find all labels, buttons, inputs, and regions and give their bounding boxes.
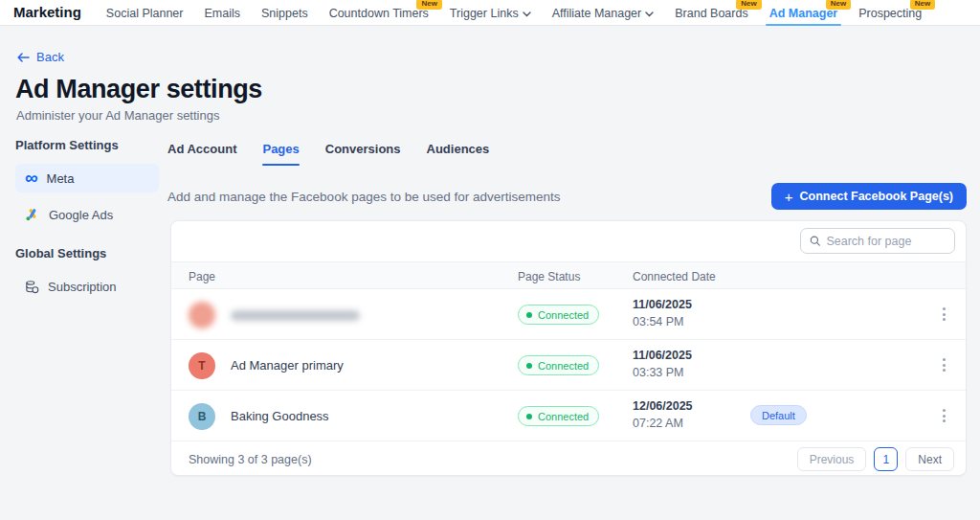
tab-audiences[interactable]: Audiences: [427, 142, 490, 166]
sidebar-item-subscription[interactable]: Subscription: [15, 272, 159, 301]
settings-tabs: Ad Account Pages Conversions Audiences: [167, 142, 967, 166]
back-button[interactable]: Back: [17, 50, 64, 64]
active-tab-underline: [262, 164, 299, 166]
column-header-page: Page: [189, 270, 215, 283]
search-icon: [810, 235, 820, 247]
chevron-down-icon: [645, 11, 654, 17]
sidebar-heading-platform-settings: Platform Settings: [15, 138, 159, 152]
status-badge: Connected: [518, 355, 599, 375]
main-content: Ad Account Pages Conversions Audiences A…: [167, 142, 967, 210]
nav-item-ad-manager[interactable]: Ad Manager New: [769, 0, 838, 25]
settings-sidebar: Platform Settings ∞ Meta Google Ads Glob…: [15, 138, 159, 301]
table-row: Connected 11/06/2025 03:54 PM: [171, 289, 966, 340]
nav-item-prospecting[interactable]: Prospecting New: [858, 0, 922, 25]
search-input[interactable]: [826, 235, 946, 248]
tab-conversions[interactable]: Conversions: [325, 142, 401, 166]
google-ads-logo-icon: [25, 207, 40, 222]
page-title: Ad Manager settings: [15, 75, 262, 104]
status-dot-icon: [526, 363, 532, 369]
table-row: B Baking Goodness Connected 12/06/2025 0…: [171, 391, 966, 441]
nav-item-trigger-links[interactable]: Trigger Links: [450, 0, 531, 25]
table-header: Page Page Status Connected Date: [171, 261, 966, 289]
pages-description: Add and manage the Facebook pages to be …: [167, 190, 561, 204]
avatar: T: [189, 352, 215, 379]
new-badge: New: [826, 0, 851, 10]
next-page-button[interactable]: Next: [905, 447, 954, 471]
top-navigation: Marketing Social Planner Emails Snippets…: [0, 0, 980, 26]
page-search[interactable]: [800, 228, 955, 254]
row-actions-menu-icon[interactable]: [935, 303, 952, 326]
new-badge: New: [910, 0, 935, 10]
arrow-left-icon: [17, 53, 30, 62]
table-row: T Ad Manager primary Connected 11/06/202…: [171, 340, 966, 391]
nav-item-brand-boards[interactable]: Brand Boards New: [675, 0, 747, 25]
connected-date: 11/06/2025: [633, 349, 692, 362]
status-dot-icon: [526, 414, 532, 419]
active-nav-underline: [766, 24, 842, 26]
avatar: [189, 302, 215, 328]
pagination: Previous 1 Next: [797, 447, 954, 471]
sidebar-item-google-ads[interactable]: Google Ads: [15, 200, 159, 229]
avatar: B: [189, 403, 215, 430]
new-badge: New: [416, 0, 441, 10]
sidebar-heading-global-settings: Global Settings: [15, 246, 159, 260]
nav-item-countdown-timers[interactable]: Countdown Timers New: [329, 0, 429, 25]
connected-time: 03:54 PM: [633, 315, 684, 328]
status-badge: Connected: [518, 406, 599, 426]
marketing-menu-title[interactable]: Marketing: [13, 0, 81, 25]
nav-item-emails[interactable]: Emails: [204, 0, 240, 25]
page-subtitle: Administer your Ad Manager settings: [16, 108, 219, 123]
page-number-button[interactable]: 1: [874, 447, 898, 471]
connected-date: 11/06/2025: [633, 298, 692, 311]
pages-table-card: Page Page Status Connected Date Connecte…: [170, 220, 967, 476]
nav-item-social-planner[interactable]: Social Planner: [106, 0, 184, 25]
table-footer: Showing 3 of 3 page(s) Previous 1 Next: [171, 441, 966, 476]
meta-logo-icon: ∞: [25, 171, 38, 185]
tab-ad-account[interactable]: Ad Account: [167, 142, 236, 166]
connected-date: 12/06/2025: [633, 399, 693, 413]
page-name: Baking Goodness: [231, 409, 329, 423]
previous-page-button[interactable]: Previous: [797, 447, 867, 471]
connected-time: 03:33 PM: [633, 366, 684, 379]
connect-facebook-pages-button[interactable]: + Connect Facebook Page(s): [771, 183, 967, 210]
sidebar-item-meta[interactable]: ∞ Meta: [15, 164, 159, 192]
tab-pages[interactable]: Pages: [262, 142, 299, 166]
nav-item-affiliate-manager[interactable]: Affiliate Manager: [552, 0, 655, 25]
connected-time: 07:22 AM: [633, 417, 683, 430]
status-badge: Connected: [518, 305, 599, 325]
row-actions-menu-icon[interactable]: [935, 353, 952, 376]
default-badge: Default: [750, 405, 807, 425]
plus-icon: +: [785, 190, 793, 204]
coins-icon: [25, 280, 39, 294]
status-dot-icon: [526, 312, 532, 318]
chevron-down-icon: [523, 11, 531, 17]
row-count-summary: Showing 3 of 3 page(s): [189, 453, 312, 466]
column-header-connected-date: Connected Date: [633, 270, 716, 283]
nav-item-snippets[interactable]: Snippets: [261, 0, 308, 25]
page-name-redacted: [231, 310, 360, 321]
row-actions-menu-icon[interactable]: [935, 404, 952, 427]
column-header-page-status: Page Status: [518, 270, 580, 283]
new-badge: New: [736, 0, 761, 10]
page-name: Ad Manager primary: [231, 358, 344, 373]
